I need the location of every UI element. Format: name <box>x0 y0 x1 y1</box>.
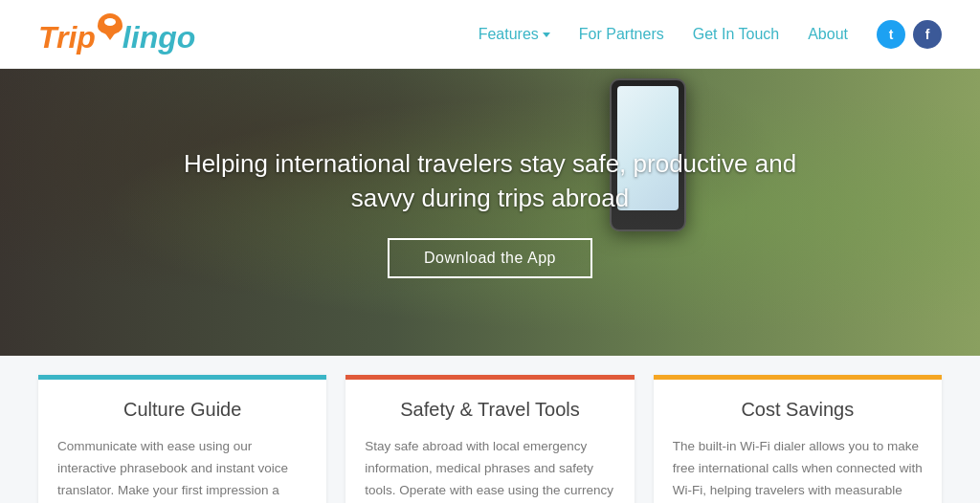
nav-about[interactable]: About <box>808 26 848 43</box>
feature-title-safety-travel: Safety & Travel Tools <box>345 399 634 421</box>
main-nav: Features For Partners Get In Touch About… <box>479 20 942 49</box>
social-icons: t f <box>877 20 942 49</box>
hero-content: Helping international travelers stay saf… <box>145 146 835 279</box>
feature-card-cost-savings: Cost SavingsThe built-in Wi-Fi dialer al… <box>654 375 942 503</box>
logo-icon <box>98 13 122 34</box>
nav-contact[interactable]: Get In Touch <box>693 26 779 43</box>
feature-desc-cost-savings: The built-in Wi-Fi dialer allows you to … <box>654 436 942 503</box>
feature-title-cost-savings: Cost Savings <box>654 399 942 421</box>
facebook-icon[interactable]: f <box>913 20 942 49</box>
feature-card-safety-travel: Safety & Travel ToolsStay safe abroad wi… <box>345 375 634 503</box>
feature-bar-safety-travel <box>345 375 634 380</box>
feature-desc-culture-guide: Communicate with ease using our interact… <box>38 436 326 503</box>
site-header: Triplingo Features For Partners Get In T… <box>0 0 980 69</box>
nav-partners[interactable]: For Partners <box>579 26 664 43</box>
logo-trip: Trip <box>38 20 96 55</box>
feature-desc-safety-travel: Stay safe abroad with local emergency in… <box>345 436 634 503</box>
download-app-button[interactable]: Download the App <box>388 238 592 278</box>
features-section: Culture GuideCommunicate with ease using… <box>0 356 980 503</box>
twitter-icon[interactable]: t <box>877 20 905 49</box>
hero-section: Helping international travelers stay saf… <box>0 69 980 356</box>
feature-bar-culture-guide <box>38 375 326 380</box>
logo[interactable]: Triplingo <box>38 13 195 55</box>
hero-title: Helping international travelers stay saf… <box>165 146 815 216</box>
nav-features[interactable]: Features <box>479 26 550 43</box>
features-dropdown-icon <box>543 33 550 37</box>
feature-bar-cost-savings <box>654 375 942 380</box>
feature-card-culture-guide: Culture GuideCommunicate with ease using… <box>38 375 326 503</box>
feature-title-culture-guide: Culture Guide <box>38 399 326 421</box>
logo-lingo: lingo <box>122 20 195 55</box>
